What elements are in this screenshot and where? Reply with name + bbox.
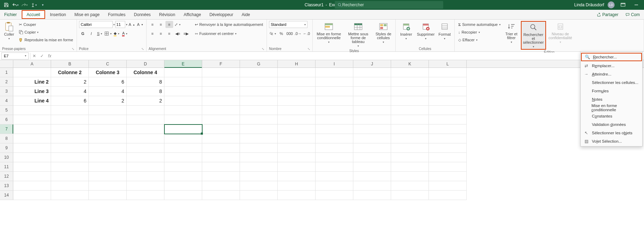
enter-formula-icon[interactable]: ✓	[38, 52, 46, 60]
cell-A10[interactable]	[13, 153, 51, 162]
align-top-button[interactable]: ≡	[149, 21, 156, 28]
row-header-14[interactable]: 14	[0, 191, 13, 200]
col-header-A[interactable]: A	[13, 60, 51, 67]
cell-D3[interactable]: 8	[127, 87, 164, 96]
underline-button[interactable]: S▾	[96, 30, 104, 37]
font-color-button[interactable]: A▾	[121, 30, 129, 37]
col-header-E[interactable]: E	[164, 60, 202, 67]
cell-C12[interactable]	[89, 172, 127, 181]
thousands-button[interactable]: 000	[286, 30, 293, 37]
cell-L3[interactable]	[429, 87, 467, 96]
minimize-icon[interactable]	[631, 0, 641, 10]
col-header-G[interactable]: G	[240, 60, 278, 67]
format-cells-button[interactable]: Format▾	[437, 21, 452, 41]
cell-I8[interactable]	[316, 134, 353, 143]
col-header-F[interactable]: F	[202, 60, 240, 67]
cell-L6[interactable]	[429, 115, 467, 124]
cell-J4[interactable]	[353, 96, 391, 106]
cell-H5[interactable]	[278, 106, 316, 115]
cell-G5[interactable]	[240, 106, 278, 115]
redo-icon[interactable]: ▾	[20, 1, 29, 9]
cell-A12[interactable]	[13, 172, 51, 181]
cell-L1[interactable]	[429, 68, 467, 77]
row-header-5[interactable]: 5	[0, 106, 13, 115]
cell-A13[interactable]	[13, 181, 51, 191]
cell-J7[interactable]	[353, 124, 391, 134]
cell-E11[interactable]	[164, 162, 202, 172]
cell-A7[interactable]	[13, 124, 51, 134]
cell-I6[interactable]	[316, 115, 353, 124]
comments-button[interactable]: Com	[623, 12, 643, 18]
decrease-decimal-button[interactable]: ←.0	[303, 30, 310, 37]
row-header-6[interactable]: 6	[0, 115, 13, 124]
cell-G2[interactable]	[240, 77, 278, 87]
save-icon[interactable]	[2, 1, 10, 9]
cell-H4[interactable]	[278, 96, 316, 106]
cell-G6[interactable]	[240, 115, 278, 124]
cell-C6[interactable]	[89, 115, 127, 124]
cell-D1[interactable]: Colonne 4	[127, 68, 164, 77]
bold-button[interactable]: G	[79, 30, 87, 37]
cell-L11[interactable]	[429, 162, 467, 172]
font-name-input[interactable]	[79, 21, 113, 28]
delete-cells-button[interactable]: Supprimer▾	[416, 21, 436, 41]
tab-help[interactable]: Aide	[238, 10, 254, 20]
cell-J1[interactable]	[353, 68, 391, 77]
cell-J3[interactable]	[353, 87, 391, 96]
cell-L9[interactable]	[429, 143, 467, 153]
sort-filter-button[interactable]: Trier et filtrer▾	[503, 21, 519, 44]
cell-C8[interactable]	[89, 134, 127, 143]
cell-I11[interactable]	[316, 162, 353, 172]
cell-C2[interactable]: 6	[89, 77, 127, 87]
tab-insert[interactable]: Insertion	[46, 10, 70, 20]
cell-J9[interactable]	[353, 143, 391, 153]
cell-E8[interactable]	[164, 134, 202, 143]
col-header-J[interactable]: J	[353, 60, 391, 67]
col-header-K[interactable]: K	[391, 60, 429, 67]
cell-B4[interactable]: 6	[51, 96, 89, 106]
cell-E10[interactable]	[164, 153, 202, 162]
formula-input[interactable]	[54, 52, 644, 59]
cell-F7[interactable]	[202, 124, 240, 134]
cell-K8[interactable]	[391, 134, 429, 143]
row-header-4[interactable]: 4	[0, 96, 13, 106]
cell-B7[interactable]	[51, 124, 89, 134]
cell-A5[interactable]	[13, 106, 51, 115]
cell-K13[interactable]	[391, 181, 429, 191]
cell-F8[interactable]	[202, 134, 240, 143]
menu-constants[interactable]: ConstantesConstantes	[581, 112, 642, 120]
cell-F11[interactable]	[202, 162, 240, 172]
cell-A6[interactable]	[13, 115, 51, 124]
menu-formulas[interactable]: FormulesFormules	[581, 87, 642, 95]
row-header-13[interactable]: 13	[0, 181, 13, 191]
tab-data[interactable]: Données	[130, 10, 155, 20]
cell-B5[interactable]	[51, 106, 89, 115]
dialog-launcher-icon[interactable]: ⤡	[141, 47, 144, 51]
menu-select-objects[interactable]: ↖Sélectionner les objetsSélectionner les…	[581, 129, 642, 137]
number-format-combo[interactable]: Standard▾	[269, 21, 307, 28]
cell-H6[interactable]	[278, 115, 316, 124]
cell-G14[interactable]	[240, 191, 278, 200]
col-header-B[interactable]: B	[51, 60, 89, 67]
touch-mode-icon[interactable]: ▾	[29, 1, 38, 9]
cell-D13[interactable]	[127, 181, 164, 191]
cell-B12[interactable]	[51, 172, 89, 181]
cell-D12[interactable]	[127, 172, 164, 181]
cell-G4[interactable]	[240, 96, 278, 106]
cell-F12[interactable]	[202, 172, 240, 181]
shrink-font-button[interactable]: A▼	[136, 21, 144, 28]
decrease-indent-button[interactable]: ◀≡	[174, 30, 182, 37]
cell-G13[interactable]	[240, 181, 278, 191]
cell-H11[interactable]	[278, 162, 316, 172]
cell-L14[interactable]	[429, 191, 467, 200]
cell-A1[interactable]	[13, 68, 51, 77]
borders-button[interactable]: ▾	[104, 30, 112, 37]
col-header-I[interactable]: I	[316, 60, 353, 67]
name-box[interactable]: E7▾	[1, 52, 29, 59]
menu-goto-special[interactable]: Sélectionner les cellules...	[581, 78, 642, 87]
row-header-2[interactable]: 2	[0, 77, 13, 87]
italic-button[interactable]: I	[87, 30, 95, 37]
user-avatar[interactable]: LD	[608, 1, 615, 8]
cell-K11[interactable]	[391, 162, 429, 172]
cell-F5[interactable]	[202, 106, 240, 115]
